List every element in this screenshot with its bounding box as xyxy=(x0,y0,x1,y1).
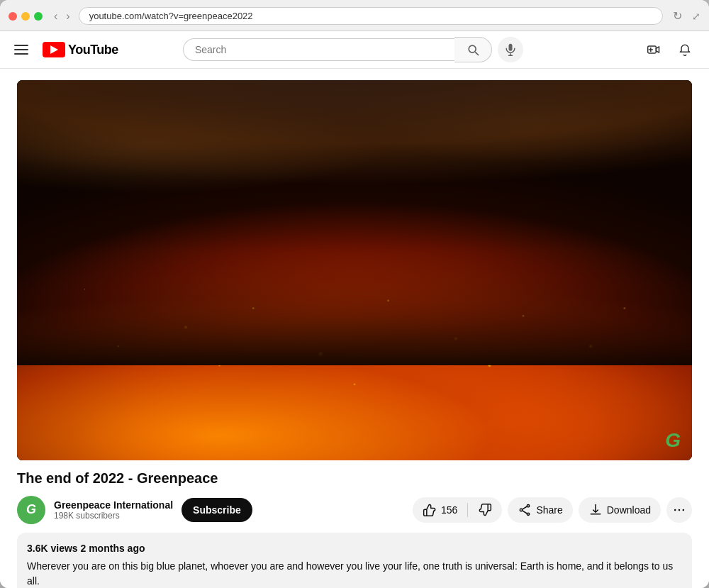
hamburger-line xyxy=(14,49,28,50)
search-input[interactable] xyxy=(183,38,454,61)
channel-info: G Greenpeace International 198K subscrib… xyxy=(17,496,252,524)
search-icon xyxy=(466,43,480,57)
hamburger-line xyxy=(14,45,28,46)
svg-point-4 xyxy=(527,504,530,506)
browser-chrome: ‹ › youtube.com/watch?v=greenpeace2022 ↻… xyxy=(0,0,709,31)
close-window-button[interactable] xyxy=(9,12,17,21)
reload-button[interactable]: ↻ xyxy=(669,8,686,24)
svg-rect-0 xyxy=(508,44,512,51)
trees-layer xyxy=(17,251,692,365)
video-content: G The end of 2022 - Greenpeace G Greenpe… xyxy=(0,69,709,588)
fire-background xyxy=(17,80,692,460)
address-bar[interactable]: youtube.com/watch?v=greenpeace2022 xyxy=(79,7,663,25)
action-buttons: 156 xyxy=(413,497,692,523)
like-button[interactable]: 156 xyxy=(413,497,467,523)
like-count: 156 xyxy=(441,504,457,516)
download-button[interactable]: Download xyxy=(579,497,661,523)
more-options-button[interactable] xyxy=(666,497,692,523)
svg-line-8 xyxy=(523,510,527,513)
expand-button[interactable]: ⤢ xyxy=(692,11,700,22)
view-stats: 3.6K views 2 months ago xyxy=(27,541,682,556)
browser-window: ‹ › youtube.com/watch?v=greenpeace2022 ↻… xyxy=(0,0,709,588)
greenpeace-watermark: G xyxy=(665,429,681,452)
traffic-lights xyxy=(9,12,43,21)
share-label: Share xyxy=(536,504,562,516)
description-text: Wherever you are on this big blue planet… xyxy=(27,559,682,589)
download-label: Download xyxy=(607,504,651,516)
channel-text: Greenpeace International 198K subscriber… xyxy=(54,499,173,521)
hamburger-menu-button[interactable] xyxy=(11,42,31,57)
download-icon xyxy=(588,503,603,517)
microphone-icon xyxy=(503,43,518,57)
thumbs-down-icon xyxy=(478,503,492,517)
channel-name[interactable]: Greenpeace International xyxy=(54,499,173,511)
youtube-logo-icon xyxy=(43,42,65,57)
forward-button[interactable]: › xyxy=(63,9,72,23)
notifications-button[interactable] xyxy=(672,37,698,62)
video-thumbnail: G xyxy=(17,80,692,460)
voice-search-button[interactable] xyxy=(498,37,523,62)
maximize-window-button[interactable] xyxy=(34,12,43,21)
search-button[interactable] xyxy=(454,37,492,62)
bell-icon xyxy=(678,43,692,57)
url-text: youtube.com/watch?v=greenpeace2022 xyxy=(89,11,253,21)
like-dislike-group: 156 xyxy=(413,497,502,523)
share-button[interactable]: Share xyxy=(508,497,572,523)
create-video-button[interactable] xyxy=(641,37,666,62)
video-description[interactable]: 3.6K views 2 months ago Wherever you are… xyxy=(17,533,692,589)
youtube-page: YouTube xyxy=(0,31,709,588)
svg-point-11 xyxy=(683,509,685,511)
dislike-button[interactable] xyxy=(468,497,502,523)
video-meta-row: G Greenpeace International 198K subscrib… xyxy=(17,496,692,524)
share-icon xyxy=(518,503,532,517)
video-player[interactable]: G xyxy=(17,80,692,460)
subscribe-button[interactable]: Subscribe xyxy=(182,498,252,522)
thumbs-up-icon xyxy=(423,503,437,517)
svg-point-5 xyxy=(520,509,523,511)
youtube-header: YouTube xyxy=(0,31,709,69)
subscriber-count: 198K subscribers xyxy=(54,511,173,521)
svg-point-10 xyxy=(679,509,681,511)
nav-arrows: ‹ › xyxy=(51,9,73,23)
back-button[interactable]: ‹ xyxy=(51,9,60,23)
header-icons xyxy=(641,37,698,62)
search-bar xyxy=(183,37,523,62)
svg-line-7 xyxy=(523,506,527,509)
more-icon xyxy=(672,503,686,517)
svg-point-6 xyxy=(527,513,530,515)
youtube-logo-text: YouTube xyxy=(68,43,118,57)
create-icon xyxy=(647,43,661,57)
video-title: The end of 2022 - Greenpeace xyxy=(17,469,692,487)
channel-avatar[interactable]: G xyxy=(17,496,45,524)
hamburger-line xyxy=(14,53,28,55)
minimize-window-button[interactable] xyxy=(21,12,30,21)
svg-point-9 xyxy=(674,509,676,511)
youtube-logo[interactable]: YouTube xyxy=(43,42,118,57)
browser-top-row: ‹ › youtube.com/watch?v=greenpeace2022 ↻… xyxy=(9,7,700,25)
